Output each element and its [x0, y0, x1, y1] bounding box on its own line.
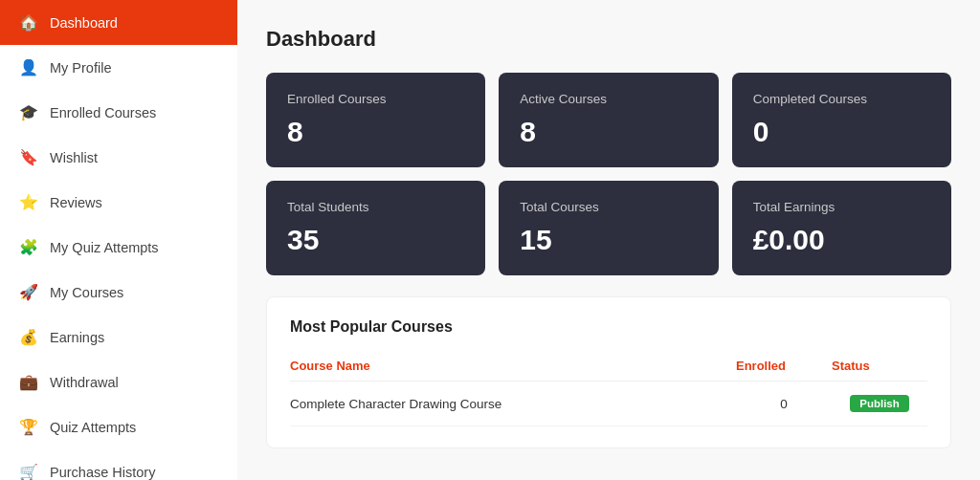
my-courses-icon: 🚀	[19, 283, 38, 301]
stat-label: Total Courses	[520, 200, 697, 214]
enrolled-cell: 0	[736, 397, 832, 411]
quiz-attempts-icon: 🏆	[19, 418, 38, 436]
sidebar-item-label: Enrolled Courses	[50, 105, 156, 120]
sidebar-item-enrolled-courses[interactable]: 🎓Enrolled Courses	[0, 90, 237, 135]
reviews-icon: ⭐	[19, 193, 38, 211]
stat-label: Total Earnings	[753, 200, 930, 214]
table-header-cell: Status	[832, 359, 927, 373]
stat-label: Total Students	[287, 200, 464, 214]
sidebar-item-label: Wishlist	[50, 150, 98, 165]
stat-value: £0.00	[753, 224, 930, 256]
popular-courses-title: Most Popular Courses	[290, 318, 927, 336]
sidebar-item-label: My Courses	[50, 285, 123, 300]
sidebar-item-my-courses[interactable]: 🚀My Courses	[0, 270, 237, 315]
sidebar-item-purchase-history[interactable]: 🛒Purchase History	[0, 449, 237, 480]
earnings-icon: 💰	[19, 328, 38, 346]
stats-grid: Enrolled Courses8Active Courses8Complete…	[266, 73, 951, 275]
sidebar-item-withdrawal[interactable]: 💼Withdrawal	[0, 360, 237, 404]
table-row: Complete Character Drawing Course0Publis…	[290, 382, 927, 426]
stat-label: Active Courses	[520, 92, 697, 106]
main-content: Dashboard Enrolled Courses8Active Course…	[237, 0, 980, 480]
sidebar-item-label: My Profile	[50, 60, 111, 76]
status-cell: Publish	[832, 395, 927, 412]
sidebar-item-label: Quiz Attempts	[50, 420, 136, 435]
status-badge: Publish	[850, 395, 909, 412]
sidebar-item-my-quiz-attempts[interactable]: 🧩My Quiz Attempts	[0, 225, 237, 270]
my-profile-icon: 👤	[19, 58, 38, 76]
sidebar-item-label: Dashboard	[50, 15, 118, 31]
table-header-cell: Enrolled	[736, 359, 832, 373]
table-header: Course NameEnrolledStatus	[290, 351, 927, 382]
dashboard-icon: 🏠	[19, 13, 38, 32]
enrolled-courses-icon: 🎓	[19, 103, 38, 121]
table-header-cell: Course Name	[290, 359, 736, 373]
stat-card-1: Active Courses8	[499, 73, 718, 167]
stat-card-4: Total Courses15	[499, 181, 718, 275]
withdrawal-icon: 💼	[19, 373, 38, 391]
stat-value: 0	[753, 116, 930, 148]
sidebar-item-reviews[interactable]: ⭐Reviews	[0, 180, 237, 225]
sidebar-item-label: Earnings	[50, 330, 104, 345]
sidebar-item-quiz-attempts[interactable]: 🏆Quiz Attempts	[0, 404, 237, 449]
stat-label: Completed Courses	[753, 92, 930, 106]
stat-card-5: Total Earnings£0.00	[732, 181, 951, 275]
stat-value: 35	[287, 224, 464, 256]
sidebar-item-dashboard[interactable]: 🏠Dashboard	[0, 0, 237, 45]
sidebar-item-earnings[interactable]: 💰Earnings	[0, 315, 237, 360]
sidebar-item-label: Purchase History	[50, 465, 155, 480]
sidebar: 🏠Dashboard👤My Profile🎓Enrolled Courses🔖W…	[0, 0, 237, 480]
stat-value: 8	[287, 116, 464, 148]
sidebar-item-wishlist[interactable]: 🔖Wishlist	[0, 135, 237, 180]
stat-label: Enrolled Courses	[287, 92, 464, 106]
stat-value: 8	[520, 116, 697, 148]
popular-courses-section: Most Popular Courses Course NameEnrolled…	[266, 296, 951, 448]
sidebar-item-label: My Quiz Attempts	[50, 240, 159, 255]
wishlist-icon: 🔖	[19, 148, 38, 166]
sidebar-item-my-profile[interactable]: 👤My Profile	[0, 45, 237, 90]
stat-value: 15	[520, 224, 697, 256]
stat-card-2: Completed Courses0	[732, 73, 951, 167]
course-name-cell: Complete Character Drawing Course	[290, 397, 736, 411]
stat-card-3: Total Students35	[266, 181, 485, 275]
sidebar-item-label: Reviews	[50, 195, 102, 210]
stat-card-0: Enrolled Courses8	[266, 73, 485, 167]
page-title: Dashboard	[266, 27, 951, 52]
my-quiz-attempts-icon: 🧩	[19, 238, 38, 256]
table-body: Complete Character Drawing Course0Publis…	[290, 382, 927, 426]
sidebar-item-label: Withdrawal	[50, 375, 119, 390]
purchase-history-icon: 🛒	[19, 463, 38, 480]
